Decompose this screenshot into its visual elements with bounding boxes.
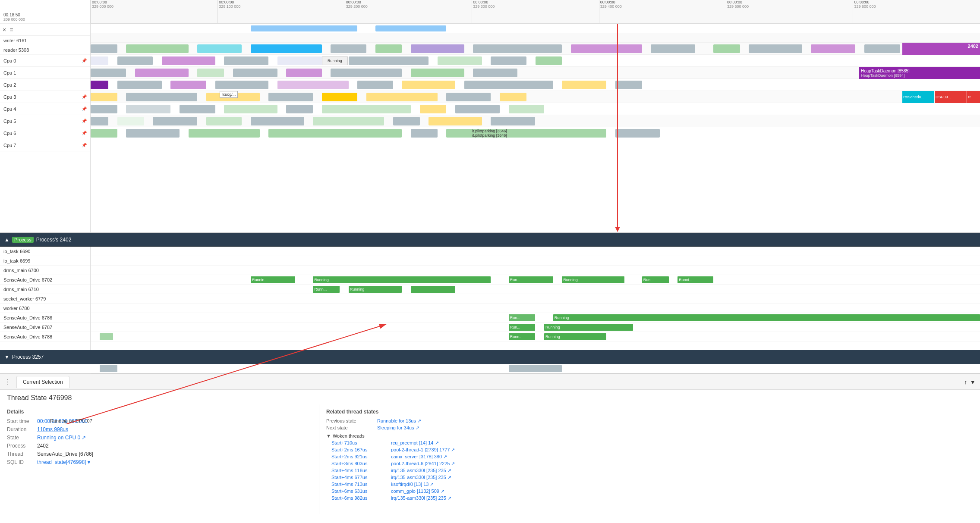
woken-time-8[interactable]: Start+6ms 982us [331,495,388,501]
process3257-header[interactable]: ▼ Process 3257 [0,350,980,364]
drms6710-bar3[interactable] [411,286,455,293]
senseauto6788-bar1[interactable] [100,333,113,340]
senseauto6702-bar3[interactable]: Run... [509,276,553,283]
senseauto6787-bar1[interactable]: Run... [509,324,536,331]
writer-bar-1[interactable] [251,25,357,31]
cpu1-bar-1[interactable] [91,56,108,65]
cpu0-bar-2[interactable] [126,44,188,53]
cpu6-bar-7[interactable] [393,117,420,125]
cpu4-bar-2[interactable] [126,93,197,101]
cpu3-bar-4[interactable] [215,81,269,89]
cpu6-bar-4[interactable] [206,117,242,125]
senseauto6702-bar6[interactable]: Runni... [677,276,713,283]
cpu5-bar-6[interactable] [322,105,411,113]
cpu2-bar-2[interactable] [135,69,189,77]
woken-threads-header[interactable]: ▼ Woken threads [326,433,973,438]
cpu0-bar-9[interactable] [571,44,642,53]
woken-time-3[interactable]: Start+3ms 803us [331,461,388,467]
cpu4-bar-1[interactable] [91,93,117,101]
cpu6-bar-6[interactable] [313,117,384,125]
senseauto6786-bar2[interactable]: Running [553,314,980,321]
woken-thread-2[interactable]: camx_server [3178] 380 ↗ [391,454,447,460]
cpu0-bar-11[interactable] [713,44,740,53]
pin-icon-cpu4[interactable]: 📌 [82,106,87,111]
cpu7-bar-4[interactable] [268,129,402,138]
cpu1-bar-2[interactable] [117,56,153,65]
cpu3-bar-10[interactable] [615,81,642,89]
drms6710-bar2[interactable]: Running [349,286,402,293]
cpu7-bar-3[interactable] [189,129,260,138]
pin-icon-cpu3[interactable]: 📌 [82,94,87,99]
cpu3-bar-5[interactable] [277,81,349,89]
cpu0-bar-10[interactable] [651,44,695,53]
cpu2-bar-6[interactable] [331,69,402,77]
duration-value[interactable]: 110ms 998us [37,426,68,432]
woken-thread-3[interactable]: pool-2-thread-6 [2841] 2225 ↗ [391,461,455,467]
cpu0-bar-13[interactable] [811,44,855,53]
senseauto6702-bar1[interactable]: Runnin... [251,276,295,283]
cpu0-bar-8[interactable] [473,44,562,53]
pin-icon-cpu5[interactable]: 📌 [82,119,87,123]
woken-toggle-icon[interactable]: ▼ [326,433,331,438]
cpu6-bar-1[interactable] [91,117,108,125]
cpu2-bar-8[interactable] [473,69,517,77]
cpu3-bar-2[interactable] [117,81,162,89]
process-section-header[interactable]: ▲ Process Process's 2402 [0,233,980,247]
senseauto6702-bar5[interactable]: Run... [642,276,669,283]
current-selection-tab[interactable]: Current Selection [16,376,69,388]
cpu3-bar-8[interactable] [464,81,553,89]
state-value[interactable]: Running on CPU 0 ↗ [37,435,86,441]
cpu0-bar-3[interactable] [197,44,242,53]
cpu0-bar-12[interactable] [749,44,802,53]
woken-time-4[interactable]: Start+4ms 118us [331,468,388,473]
cpu1-bar-9[interactable] [536,56,562,65]
next-state-value[interactable]: Sleeping for 34us ↗ [377,425,419,431]
cpu0-bar-1[interactable] [91,44,117,53]
senseauto6787-bar2[interactable]: Running [544,324,633,331]
cpu4-bar-5[interactable] [322,93,357,101]
woken-time-2[interactable]: Start+2ms 921us [331,454,388,460]
drms6710-bar1[interactable]: Runn... [313,286,340,293]
writer-bar-2[interactable] [375,25,447,31]
pin-icon-cpu6[interactable]: 📌 [82,131,87,135]
cpu6-bar-8[interactable] [429,117,482,125]
cpu0-bar-14[interactable] [864,44,900,53]
cpu6-bar-2[interactable] [117,117,144,125]
cpu1-bar-8[interactable] [491,56,526,65]
cpu7-bar-1[interactable] [91,129,117,138]
woken-thread-7[interactable]: comm_gpio [1132] 509 ↗ [391,489,444,494]
pin-icon-cpu0[interactable]: 📌 [82,58,87,63]
upload-icon[interactable]: ↑ [964,379,967,385]
cpu3-bar-9[interactable] [562,81,606,89]
woken-time-1[interactable]: Start+2ms 167us [331,447,388,453]
cpu6-bar-3[interactable] [153,117,197,125]
process3257-bar1[interactable] [100,365,117,372]
cpu3-bar-1[interactable] [91,81,108,89]
cpu3-bar-7[interactable] [402,81,455,89]
cpu0-bar-7[interactable] [411,44,464,53]
senseauto6702-bar2[interactable]: Running [313,276,491,283]
senseauto6702-bar4[interactable]: Running [562,276,624,283]
cpu5-bar-8[interactable] [455,105,500,113]
cpu5-bar-9[interactable] [509,105,544,113]
cpu6-bar-5[interactable] [251,117,304,125]
cpu2-bar-7[interactable] [411,69,464,77]
cpu7-bar-5[interactable] [411,129,438,138]
cpu4-bar-8[interactable] [500,93,526,101]
cpu0-2402-bar[interactable]: 2402 [902,43,980,55]
process3257-toggle[interactable]: ▼ [4,354,9,360]
cpu0-bar-5[interactable] [331,44,366,53]
heap-task-daemon-bar[interactable]: HeapTaskDaemon [8585] HeapTaskDaemon [65… [859,67,980,79]
cpu5-bar-5[interactable] [286,105,313,113]
cpu1-bar-6[interactable] [349,56,429,65]
cpu7-bar-7[interactable] [615,129,660,138]
cpu1-bar-3[interactable] [162,56,215,65]
cpu1-bar-7[interactable] [438,56,482,65]
pin-icon-cpu7[interactable]: 📌 [82,143,87,147]
process3257-bar2[interactable] [509,365,562,372]
cpu2-bar-5[interactable] [286,69,321,77]
cpu7-bar-2[interactable] [126,129,180,138]
cpu5-bar-3[interactable] [180,105,215,113]
cpu4-bar-7[interactable] [446,93,491,101]
woken-thread-8[interactable]: irq/135-asm330l [235] 235 ↗ [391,495,451,501]
